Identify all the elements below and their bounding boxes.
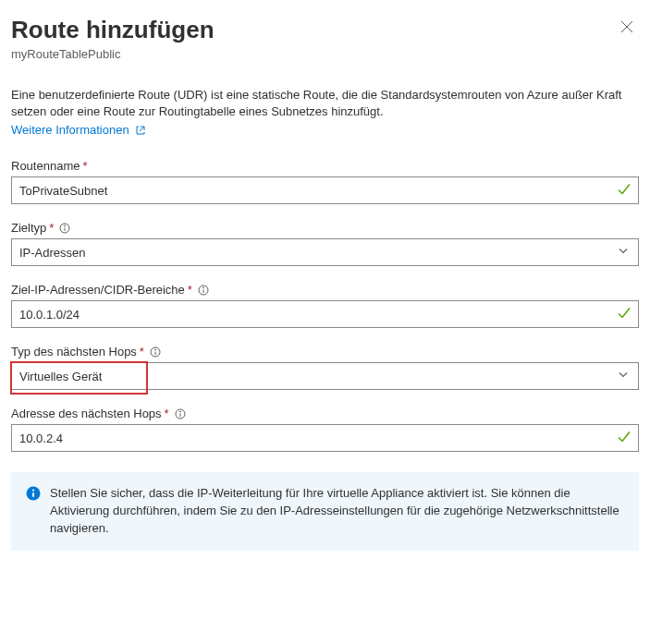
dest-type-value: IP-Adressen [19, 246, 86, 260]
close-button[interactable] [615, 15, 639, 43]
next-hop-addr-input[interactable] [11, 424, 639, 452]
next-hop-type-value: Virtuelles Gerät [19, 370, 102, 383]
dest-cidr-label: Ziel-IP-Adressen/CIDR-Bereiche [11, 283, 185, 297]
required-indicator: * [188, 283, 192, 297]
dest-cidr-input[interactable] [11, 300, 639, 328]
svg-point-5 [65, 225, 66, 226]
chevron-down-icon [618, 370, 629, 383]
info-tooltip-trigger[interactable] [150, 346, 161, 358]
required-indicator: * [49, 221, 54, 235]
svg-point-8 [202, 287, 203, 288]
route-name-label: Routenname [11, 159, 80, 173]
svg-point-17 [32, 490, 34, 492]
info-banner-icon [26, 486, 41, 506]
info-icon [150, 346, 161, 358]
page-subtitle: myRouteTablePublic [11, 47, 215, 61]
info-icon [198, 285, 209, 296]
info-icon [175, 408, 186, 419]
svg-rect-16 [32, 492, 34, 497]
description-text: Eine benutzerdefinierte Route (UDR) ist … [11, 87, 639, 122]
info-tooltip-trigger[interactable] [175, 408, 186, 419]
external-link-icon [135, 125, 146, 136]
learn-more-label: Weitere Informationen [11, 123, 129, 137]
next-hop-type-label: Typ des nächsten Hops [11, 345, 137, 358]
info-icon [59, 223, 70, 234]
route-name-input[interactable] [11, 176, 639, 204]
dest-type-label: Zieltyp [11, 221, 46, 235]
chevron-down-icon [618, 246, 629, 260]
next-hop-type-select[interactable]: Virtuelles Gerät [11, 362, 639, 390]
svg-point-11 [154, 349, 155, 350]
info-tooltip-trigger[interactable] [198, 285, 209, 296]
svg-line-2 [140, 127, 144, 131]
required-indicator: * [140, 345, 144, 358]
required-indicator: * [82, 159, 87, 173]
required-indicator: * [165, 407, 169, 420]
learn-more-link[interactable]: Weitere Informationen [11, 123, 146, 137]
info-tooltip-trigger[interactable] [59, 223, 70, 234]
svg-point-14 [179, 411, 180, 412]
info-banner: Stellen Sie sicher, dass die IP-Weiterle… [11, 472, 639, 551]
dest-type-select[interactable]: IP-Adressen [11, 238, 639, 266]
info-banner-text: Stellen Sie sicher, dass die IP-Weiterle… [50, 485, 624, 538]
close-icon [620, 20, 633, 33]
page-title: Route hinzufügen [11, 15, 215, 45]
next-hop-addr-label: Adresse des nächsten Hops [11, 407, 162, 420]
